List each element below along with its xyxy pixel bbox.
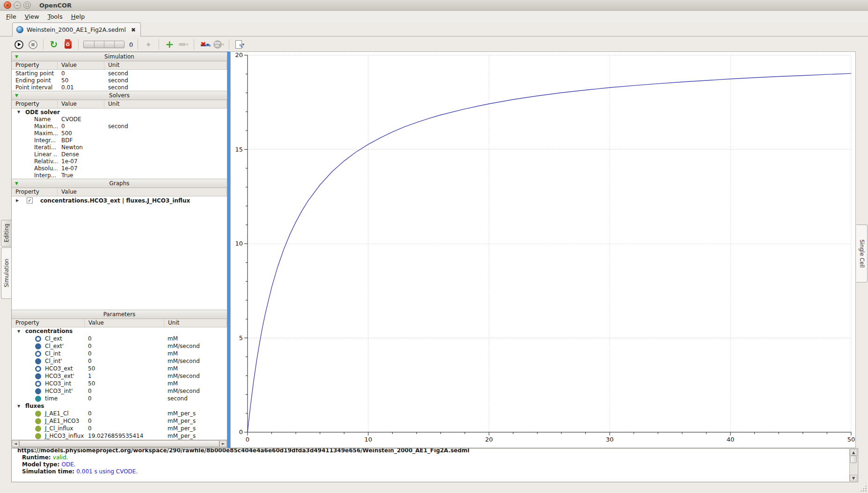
tree-expand-icon[interactable]: ▶	[16, 198, 20, 203]
property-value[interactable]: CVODE	[58, 116, 104, 123]
parameter-row[interactable]: HCO3_ext'1mM/second	[12, 372, 227, 380]
clear-results-button[interactable]: ♻	[62, 39, 73, 50]
property-row[interactable]: Interp...True	[12, 172, 227, 179]
parameter-row[interactable]: HCO3_int50mM	[12, 380, 227, 387]
property-row[interactable]: Linear ...Dense	[12, 151, 227, 158]
simulation-plot[interactable]: 0102030405005101520	[230, 51, 856, 448]
tree-collapse-icon[interactable]: ▼	[17, 329, 22, 334]
parameter-value[interactable]: 0	[85, 388, 164, 394]
collapse-arrow-icon[interactable]: ▼	[15, 93, 18, 98]
property-row[interactable]: Maxim...500	[12, 130, 227, 137]
run-simulation-button[interactable]	[13, 39, 24, 50]
status-vertical-scrollbar[interactable]: ▲ ▼	[849, 449, 857, 481]
window-maximize-button[interactable]: □	[23, 1, 31, 9]
remove-graph-panel-button[interactable]: ▾	[178, 39, 189, 50]
parameter-value[interactable]: 0	[85, 418, 164, 424]
parameter-value[interactable]: 0	[85, 358, 164, 364]
view-tab-single-cell[interactable]: Single Cell	[856, 225, 868, 283]
property-value[interactable]: 1e-07	[58, 158, 104, 165]
property-row[interactable]: Integr...BDF	[12, 137, 227, 144]
file-tab[interactable]: Weinstein_2000_AE1_Fig2A.sedml ✖	[12, 22, 141, 36]
property-value[interactable]: 50	[58, 77, 104, 84]
property-value[interactable]: 0	[58, 70, 104, 77]
menu-file[interactable]: File	[2, 12, 21, 21]
solvers-section-header[interactable]: ▼ Solvers	[12, 91, 227, 100]
parameter-row[interactable]: Cl_int0mM	[12, 350, 227, 357]
tree-collapse-icon[interactable]: ▼	[17, 110, 22, 114]
property-row[interactable]: Ending point50second	[12, 77, 227, 84]
solver-group-row[interactable]: ▼ODE solver	[12, 109, 227, 116]
collapse-arrow-icon[interactable]: ▼	[15, 181, 18, 186]
parameter-value[interactable]: 0	[85, 395, 164, 402]
property-value[interactable]: Dense	[58, 151, 104, 158]
property-row[interactable]: Absolu...1e-07	[12, 165, 227, 172]
parameters-section-header[interactable]: Parameters	[12, 310, 227, 319]
tree-collapse-icon[interactable]: ▼	[17, 404, 22, 408]
parameter-value[interactable]: 50	[85, 365, 164, 372]
parameter-value[interactable]: 19.0276859535414	[85, 433, 164, 439]
simulation-section-header[interactable]: ▼ Simulation	[12, 52, 227, 61]
window-close-button[interactable]: ×	[4, 1, 11, 9]
scroll-up-icon[interactable]: ▲	[850, 449, 857, 456]
graph-row[interactable]: ▶✓concentrations.HCO3_ext | fluxes.J_HCO…	[12, 196, 227, 204]
parameter-value[interactable]: 50	[85, 380, 164, 387]
mode-tab-simulation[interactable]: Simulation	[1, 247, 11, 299]
scrollbar-thumb[interactable]	[19, 440, 219, 447]
property-row[interactable]: Point interval0.01second	[12, 84, 227, 91]
property-row[interactable]: Starting point0second	[12, 70, 227, 77]
menu-tools[interactable]: Tools	[44, 12, 67, 21]
property-value[interactable]: 0	[58, 123, 104, 130]
parameter-row[interactable]: J_AE1_HCO30mM_per_s	[12, 417, 227, 425]
parameter-row[interactable]: time0second	[12, 395, 227, 402]
parameter-row[interactable]: Cl_int'0mM/second	[12, 357, 227, 365]
graphs-section-header[interactable]: ▼ Graphs	[12, 179, 227, 188]
scroll-left-icon[interactable]: ◄	[12, 440, 19, 447]
property-row[interactable]: NameCVODE	[12, 116, 227, 123]
property-value[interactable]: BDF	[58, 137, 104, 144]
parameter-row[interactable]: J_HCO3_influx19.0276859535414mM_per_s	[12, 432, 227, 440]
parameter-group-row[interactable]: ▼fluxes	[12, 402, 227, 410]
parameter-row[interactable]: HCO3_int'0mM/second	[12, 387, 227, 395]
collapse-arrow-icon[interactable]: ▼	[15, 54, 18, 59]
add-graph-panel-button[interactable]: +	[164, 39, 175, 50]
property-value[interactable]: True	[58, 172, 104, 179]
delay-slider[interactable]	[83, 41, 124, 48]
parameter-value[interactable]: 0	[85, 425, 164, 432]
sedml-export-button[interactable]: SEDML ▾	[213, 39, 224, 50]
parameter-value[interactable]: 0	[85, 335, 164, 342]
parameter-row[interactable]: J_AE1_Cl0mM_per_s	[12, 410, 227, 417]
parameter-row[interactable]: Cl_ext'0mM/second	[12, 342, 227, 350]
parameters-horizontal-scrollbar[interactable]: ◄ ►	[12, 440, 227, 447]
parameter-row[interactable]: J_Cl_influx0mM_per_s	[12, 425, 227, 432]
property-value[interactable]: Newton	[58, 144, 104, 151]
parameter-row[interactable]: Cl_ext0mM	[12, 335, 227, 342]
menu-help[interactable]: Help	[67, 12, 89, 21]
property-row[interactable]: Iterati...Newton	[12, 144, 227, 151]
parameter-value[interactable]: 0	[85, 410, 164, 417]
parameter-value[interactable]: 0	[85, 343, 164, 349]
edit-file-button[interactable]: ✎ ▾	[234, 39, 245, 50]
property-row[interactable]: Maxim...0second	[12, 123, 227, 130]
tab-close-icon[interactable]: ✖	[131, 27, 136, 33]
property-value[interactable]: 0.01	[58, 84, 104, 91]
scrollbar-thumb[interactable]	[850, 456, 857, 463]
parameter-row[interactable]: HCO3_ext50mM	[12, 365, 227, 372]
scroll-right-icon[interactable]: ►	[219, 440, 227, 447]
parameter-group-row[interactable]: ▼concentrations	[12, 327, 227, 335]
window-minimize-button[interactable]: −	[14, 1, 21, 9]
property-value[interactable]: 1e-07	[58, 165, 104, 172]
parameter-value[interactable]: 0	[85, 350, 164, 357]
scroll-down-icon[interactable]: ▼	[850, 475, 857, 481]
edit-document-icon: ✎	[235, 40, 242, 49]
cellml-export-button[interactable]: ✖CellML ▾	[199, 39, 210, 50]
menu-view[interactable]: View	[21, 12, 44, 21]
stop-simulation-button[interactable]	[27, 39, 38, 50]
parameter-value[interactable]: 1	[85, 373, 164, 379]
property-value[interactable]: 500	[58, 130, 104, 137]
window-resize-grip[interactable]	[860, 485, 867, 492]
property-row[interactable]: Relativ...1e-07	[12, 158, 227, 165]
reset-model-button[interactable]: ✦	[143, 39, 154, 50]
mode-tab-editing[interactable]: Editing	[1, 220, 11, 246]
reset-parameters-button[interactable]: ↻	[48, 39, 59, 50]
graph-checkbox[interactable]: ✓	[27, 197, 33, 203]
